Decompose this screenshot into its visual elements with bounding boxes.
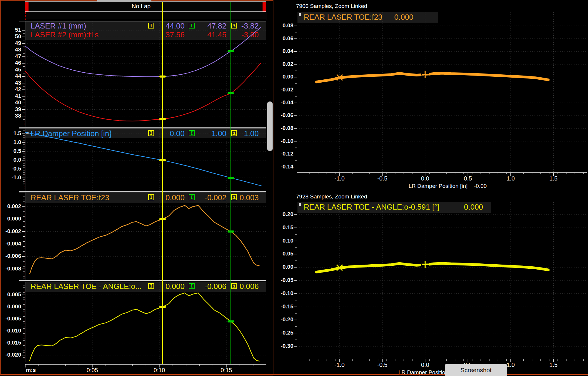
time-axis-unit: m:s (26, 367, 36, 373)
reference-badge-icon: I (189, 194, 195, 200)
reference-badge-icon: I (189, 283, 195, 289)
y-tick-label: -0.005 (2, 315, 21, 322)
y-tick-label: 0.04 (272, 48, 293, 54)
chart1-header-row1: LASER #1 (mm) I 44.00 I 47.82 Δ -3.82 (0, 21, 275, 30)
reference-value: 41.45 (198, 30, 226, 39)
lap-strip-secondary[interactable] (25, 12, 267, 20)
cursor-value: -0.00 (157, 129, 185, 138)
samples-status-text: 7928 Samples, Zoom Linked (296, 193, 367, 200)
y-tick-label: -0.002 (2, 228, 21, 235)
y-tick-label: 0.00 (272, 73, 293, 80)
x-tick-label: -1.0 (331, 362, 348, 368)
y-tick-label: 0.20 (272, 211, 293, 218)
y-tick-label: 1.0 (2, 139, 21, 146)
y-tick-label: -0.006 (2, 253, 21, 259)
y-tick-label: -1.0 (2, 174, 21, 181)
chart-plot-area-toe-angle[interactable] (25, 292, 266, 362)
y-tick-label: 50 (2, 33, 21, 40)
channel-label-toe[interactable]: REAR LASER TOE:f23 (31, 193, 109, 202)
y-tick-label: -0.15 (272, 303, 293, 310)
delta-value: 0.003 (234, 193, 259, 202)
chart-separator (19, 127, 266, 129)
y-tick-label: -0.10 (272, 290, 293, 297)
lap-label: No Lap (25, 3, 257, 10)
y-tick-label: -0.020 (2, 352, 21, 358)
y-tick-label: -0.004 (2, 240, 21, 247)
y-tick-label: -0.04 (272, 99, 293, 106)
y-tick-label: 48 (2, 46, 21, 53)
time-tick-label: 0:15 (216, 367, 237, 374)
x-tick-label: 0.5 (459, 175, 477, 182)
y-tick-label: 41 (2, 93, 21, 99)
y-tick-label: 43 (2, 80, 21, 86)
y-tick-label: -0.015 (2, 340, 21, 346)
x-tick-label: -0.5 (374, 362, 391, 368)
cursor-badge-icon: I (148, 194, 154, 200)
channel-bullet-icon (26, 132, 29, 134)
channel-label-damper[interactable]: LR Damper Position [in] (31, 129, 111, 138)
delta-value: 1.00 (234, 129, 259, 138)
reference-value: -1.00 (198, 129, 226, 138)
y-tick-label: 49 (2, 40, 21, 46)
delta-value: -3.82 (234, 21, 259, 30)
y-tick-label: -0.14 (272, 163, 293, 170)
delta-value: -3.90 (234, 30, 259, 39)
y-tick-label: 0.06 (272, 35, 293, 42)
y-tick-label: 0.0 (2, 157, 21, 163)
reference-value: -0.002 (198, 193, 226, 202)
channel-label-laser1[interactable]: LASER #1 (mm) (31, 21, 86, 30)
y-tick-label: -0.30 (272, 343, 293, 349)
lap-marker-end (263, 2, 266, 11)
y-tick-label: 0.05 (272, 250, 293, 257)
y-tick-label: 38 (2, 113, 21, 119)
y-tick-label: 0.000 (2, 215, 21, 222)
chart-plot-area-lasers[interactable] (25, 40, 266, 127)
y-tick-label: 0.000 (2, 303, 21, 310)
y-tick-label: 0.10 (272, 238, 293, 244)
samples-status-text: 7906 Samples, Zoom Linked (296, 3, 367, 9)
y-tick-label: 0.00 (272, 264, 293, 270)
vertical-scrollbar-thumb[interactable] (267, 101, 273, 151)
reference-value: -0.006 (198, 282, 226, 291)
time-tick-label: 0:10 (149, 367, 170, 374)
scatter-plot-area-toe-angle[interactable] (297, 202, 587, 359)
y-tick-label: -0.008 (2, 265, 21, 272)
x-tick-label: 1.5 (545, 175, 562, 182)
y-tick-label: -0.05 (272, 277, 293, 283)
channel-label-laser2[interactable]: LASER #2 (mm):f1s (31, 30, 98, 39)
x-tick-label: -1.0 (331, 175, 348, 182)
chart-plot-area-toe[interactable] (25, 203, 266, 280)
y-tick-label: 0.02 (272, 61, 293, 67)
y-tick-label: 39 (2, 106, 21, 113)
y-tick-label: -0.12 (272, 151, 293, 157)
scatter-plot-area-toe[interactable] (297, 12, 587, 173)
y-tick-label: -0.20 (272, 316, 293, 323)
chart3-header-row: REAR LASER TOE:f23 I 0.000 I -0.002 Δ 0.… (0, 193, 275, 202)
x-tick-label: 0.0 (416, 175, 434, 182)
reference-value: 47.82 (198, 21, 226, 30)
x-tick-label: 1.5 (545, 362, 562, 368)
y-tick-label: -0.5 (2, 166, 21, 172)
y-tick-label: 46 (2, 60, 21, 66)
y-tick-label: -0.25 (272, 330, 293, 336)
y-tick-label: -0.02 (272, 86, 293, 93)
lap-gauge[interactable]: No Lap (25, 1, 266, 12)
y-tick-label: -0.010 (2, 327, 21, 334)
chart-separator (19, 20, 266, 21)
y-tick-label: 0.005 (2, 291, 21, 298)
reference-badge-icon: I (189, 130, 195, 136)
chart-plot-area-damper[interactable] (25, 138, 266, 191)
y-tick-label: 44 (2, 73, 21, 79)
y-tick-label: 0.15 (272, 224, 293, 231)
y-tick-label: 0.5 (2, 148, 21, 154)
y-tick-label: 0.002 (2, 203, 21, 210)
horizontal-scrollbar-thumb[interactable] (97, 0, 151, 2)
channel-label-toe-angle[interactable]: REAR LASER TOE - ANGLE:o... (31, 282, 142, 291)
screenshot-button[interactable]: Screenshot (445, 364, 507, 376)
chart-separator (19, 191, 266, 193)
y-tick-label: 45 (2, 66, 21, 73)
chart-separator (19, 280, 266, 282)
y-tick-label: 1.5 (2, 130, 21, 137)
reference-badge-icon: I (189, 23, 195, 29)
cursor-badge-icon: I (148, 23, 154, 29)
